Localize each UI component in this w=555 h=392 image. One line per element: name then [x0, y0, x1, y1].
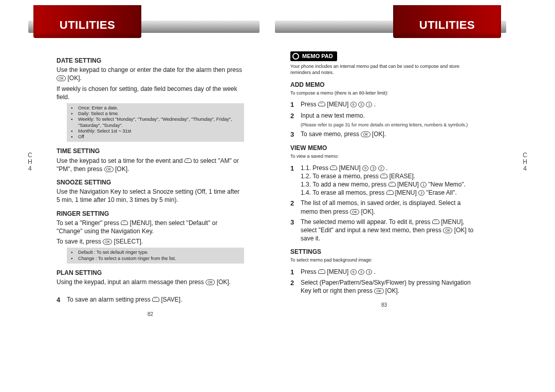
ringer-setting-notes: Default : To set default ringer type. Ch…: [67, 248, 244, 264]
time-setting-heading: TIME SETTING: [57, 147, 244, 155]
two-key-icon: 2: [378, 165, 384, 171]
page-number-right: 83: [290, 302, 478, 309]
menu-softkey-icon: [318, 102, 325, 106]
three-key-icon: 3: [366, 269, 372, 275]
view-memo-heading: VIEW MEMO: [290, 144, 478, 152]
one-key-icon: 1: [420, 182, 427, 188]
ringer-setting-body1: To set a "Ringer" press [MENU], then sel…: [57, 219, 244, 235]
page-left: UTILITIES DATE SETTING Use the keypad to…: [28, 21, 260, 318]
softkey-icon: [184, 158, 192, 163]
time-setting-body: Use the keypad to set a time for the eve…: [57, 157, 244, 173]
header-title-left: UTILITIES: [28, 18, 146, 32]
add-memo-intro: To compose a memo (there is an 80-letter…: [290, 90, 478, 96]
date-setting-heading: DATE SETTING: [57, 57, 244, 65]
three-key-icon: 3: [370, 165, 376, 171]
menu-softkey-icon: [121, 220, 128, 225]
menu-softkey-icon: [432, 219, 439, 224]
add-memo-step1: 1 Press [MENU] 9 3 1 .: [290, 100, 478, 109]
nine-key-icon: 9: [350, 102, 357, 107]
header-left: UTILITIES: [28, 21, 260, 38]
softkey-icon: [380, 174, 387, 178]
ok-key-icon: OK: [443, 228, 452, 233]
date-setting-body2: If weekly is chosen for setting, date fi…: [57, 85, 244, 101]
ok-key-icon: OK: [374, 288, 383, 294]
settings-intro: To select memo pad background image:: [290, 257, 478, 263]
ok-key-icon: OK: [104, 166, 114, 172]
add-memo-step2: 2 Input a new text memo.: [290, 111, 478, 121]
view-memo-step3: 3 The selected memo will appear. To edit…: [290, 218, 478, 243]
one-key-icon: 1: [366, 102, 372, 107]
add-memo-heading: ADD MEMO: [290, 81, 478, 89]
date-setting-notes: Once: Enter a date. Daily: Select a time…: [67, 103, 244, 142]
nine-key-icon: 9: [362, 165, 368, 171]
nine-key-icon: 9: [350, 269, 357, 275]
view-memo-intro: To view a saved memo:: [290, 153, 478, 159]
snooze-setting-body: Use the Navigation Key to select a Snooz…: [57, 188, 244, 204]
view-memo-step2: 2 The list of all memos, in saved order,…: [290, 199, 478, 215]
memo-pad-intro: Your phone includes an internal memo pad…: [290, 63, 478, 76]
menu-softkey-icon: [386, 190, 394, 195]
plan-setting-heading: PLAN SETTING: [57, 269, 244, 277]
page-right: UTILITIES MEMO PAD Your phone includes a…: [275, 21, 506, 318]
ok-key-icon: OK: [57, 76, 66, 81]
header-title-right: UTILITIES: [388, 18, 506, 32]
three-key-icon: 3: [358, 269, 364, 275]
settings-step1: 1 Press [MENU] 9 3 3 .: [290, 268, 478, 277]
save-step: 4 To save an alarm setting press [SAVE].: [57, 295, 244, 305]
menu-softkey-icon: [318, 269, 325, 274]
ringer-setting-body2: To save it, press OK [SELECT].: [57, 237, 244, 246]
page-spread: UTILITIES DATE SETTING Use the keypad to…: [0, 0, 555, 328]
add-memo-step3: 3 To save memo, press OK [OK].: [290, 130, 478, 139]
settings-step2: 2 Select (Paper/Pattern/Sea/Sky/Flower) …: [290, 278, 478, 295]
plan-setting-body: Using the keypad, input an alarm message…: [57, 278, 244, 286]
ok-key-icon: OK: [361, 132, 370, 137]
ringer-setting-heading: RINGER SETTING: [57, 210, 244, 218]
softkey-icon: [152, 297, 159, 302]
ok-key-icon: OK: [350, 209, 359, 215]
view-memo-step1: 1 1.1. Press [MENU] 9 3 2 . 1.2. To eras…: [290, 164, 478, 197]
settings-heading: SETTINGS: [290, 248, 478, 256]
memo-pad-chip: MEMO PAD: [290, 51, 337, 61]
ok-key-icon: OK: [206, 279, 215, 285]
snooze-setting-heading: SNOOZE SETTING: [57, 178, 244, 186]
date-setting-body1: Use the keypad to change or enter the da…: [57, 66, 244, 82]
ok-key-icon: OK: [103, 239, 112, 245]
add-memo-step2-note: (Please refer to page 31 for more detail…: [301, 122, 478, 128]
three-key-icon: 3: [358, 102, 364, 107]
header-right: UTILITIES: [275, 21, 506, 38]
two-key-icon: 2: [418, 190, 424, 196]
chip-dot-icon: [292, 53, 299, 60]
menu-softkey-icon: [388, 182, 396, 186]
page-number-left: 82: [57, 311, 244, 318]
chapter-tab-right: CH4: [523, 152, 527, 173]
menu-softkey-icon: [330, 165, 337, 170]
